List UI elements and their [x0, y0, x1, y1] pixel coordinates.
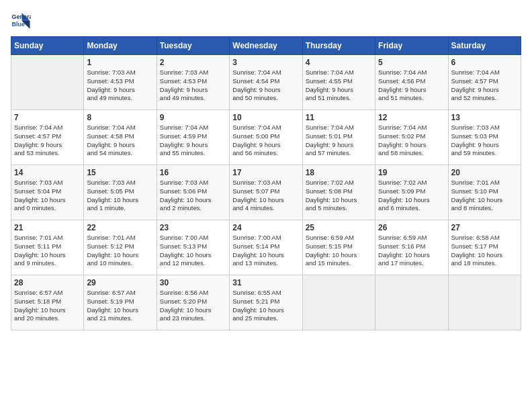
day-number: 19: [378, 168, 445, 177]
day-cell: 26Sunrise: 6:59 AM Sunset: 5:16 PM Dayli…: [375, 220, 448, 275]
header-cell-sunday: Sunday: [11, 37, 84, 55]
day-info: Sunrise: 7:00 AM Sunset: 5:14 PM Dayligh…: [232, 234, 299, 268]
day-cell: 7Sunrise: 7:04 AM Sunset: 4:57 PM Daylig…: [11, 110, 84, 165]
day-cell: 18Sunrise: 7:02 AM Sunset: 5:08 PM Dayli…: [302, 165, 375, 220]
day-cell: 22Sunrise: 7:01 AM Sunset: 5:12 PM Dayli…: [84, 220, 157, 275]
day-cell: 11Sunrise: 7:04 AM Sunset: 5:01 PM Dayli…: [302, 110, 375, 165]
day-cell: 31Sunrise: 6:55 AM Sunset: 5:21 PM Dayli…: [230, 275, 302, 330]
day-cell: [11, 55, 84, 110]
day-info: Sunrise: 6:58 AM Sunset: 5:17 PM Dayligh…: [451, 234, 518, 268]
week-row-1: 1Sunrise: 7:03 AM Sunset: 4:53 PM Daylig…: [11, 55, 521, 110]
day-number: 30: [160, 278, 226, 287]
day-number: 13: [451, 113, 518, 122]
day-number: 16: [160, 168, 226, 177]
day-info: Sunrise: 6:59 AM Sunset: 5:15 PM Dayligh…: [306, 234, 372, 268]
day-cell: 1Sunrise: 7:03 AM Sunset: 4:53 PM Daylig…: [84, 55, 157, 110]
day-cell: 8Sunrise: 7:04 AM Sunset: 4:58 PM Daylig…: [84, 110, 157, 165]
day-info: Sunrise: 7:02 AM Sunset: 5:08 PM Dayligh…: [306, 179, 372, 213]
svg-text:General: General: [12, 13, 32, 20]
day-info: Sunrise: 7:00 AM Sunset: 5:13 PM Dayligh…: [160, 234, 226, 268]
day-cell: [302, 275, 375, 330]
day-info: Sunrise: 7:02 AM Sunset: 5:09 PM Dayligh…: [378, 179, 445, 213]
header-row: SundayMondayTuesdayWednesdayThursdayFrid…: [11, 37, 521, 55]
logo: General Blue: [11, 11, 31, 31]
day-number: 5: [378, 58, 445, 67]
header-cell-wednesday: Wednesday: [230, 37, 302, 55]
week-row-2: 7Sunrise: 7:04 AM Sunset: 4:57 PM Daylig…: [11, 110, 521, 165]
day-cell: 16Sunrise: 7:03 AM Sunset: 5:06 PM Dayli…: [157, 165, 229, 220]
day-info: Sunrise: 6:56 AM Sunset: 5:20 PM Dayligh…: [160, 289, 226, 323]
day-info: Sunrise: 7:04 AM Sunset: 5:01 PM Dayligh…: [306, 124, 372, 158]
day-cell: 9Sunrise: 7:04 AM Sunset: 4:59 PM Daylig…: [157, 110, 229, 165]
day-info: Sunrise: 7:03 AM Sunset: 5:07 PM Dayligh…: [232, 179, 299, 213]
day-number: 2: [160, 58, 226, 67]
day-number: 8: [87, 113, 153, 122]
day-info: Sunrise: 7:03 AM Sunset: 4:53 PM Dayligh…: [87, 68, 153, 103]
day-info: Sunrise: 6:59 AM Sunset: 5:16 PM Dayligh…: [378, 234, 445, 268]
day-cell: 20Sunrise: 7:01 AM Sunset: 5:10 PM Dayli…: [448, 165, 521, 220]
header: General Blue: [11, 11, 521, 31]
day-number: 24: [232, 223, 299, 232]
day-number: 6: [451, 58, 518, 67]
day-info: Sunrise: 7:03 AM Sunset: 5:04 PM Dayligh…: [14, 179, 81, 213]
day-cell: 19Sunrise: 7:02 AM Sunset: 5:09 PM Dayli…: [375, 165, 448, 220]
day-number: 7: [14, 113, 81, 122]
day-info: Sunrise: 6:57 AM Sunset: 5:18 PM Dayligh…: [14, 289, 81, 323]
day-number: 4: [306, 58, 372, 67]
day-info: Sunrise: 7:01 AM Sunset: 5:10 PM Dayligh…: [451, 179, 518, 213]
day-cell: 17Sunrise: 7:03 AM Sunset: 5:07 PM Dayli…: [230, 165, 302, 220]
day-number: 27: [451, 223, 518, 232]
header-cell-friday: Friday: [375, 37, 448, 55]
day-number: 28: [14, 278, 81, 287]
day-info: Sunrise: 7:04 AM Sunset: 4:59 PM Dayligh…: [160, 124, 226, 158]
day-cell: 13Sunrise: 7:03 AM Sunset: 5:03 PM Dayli…: [448, 110, 521, 165]
day-number: 14: [14, 168, 81, 177]
day-number: 26: [378, 223, 445, 232]
day-cell: 10Sunrise: 7:04 AM Sunset: 5:00 PM Dayli…: [230, 110, 302, 165]
day-cell: 12Sunrise: 7:04 AM Sunset: 5:02 PM Dayli…: [375, 110, 448, 165]
day-number: 21: [14, 223, 81, 232]
day-cell: 6Sunrise: 7:04 AM Sunset: 4:57 PM Daylig…: [448, 55, 521, 110]
week-row-5: 28Sunrise: 6:57 AM Sunset: 5:18 PM Dayli…: [11, 275, 521, 330]
day-info: Sunrise: 7:04 AM Sunset: 4:55 PM Dayligh…: [306, 68, 372, 103]
day-info: Sunrise: 6:55 AM Sunset: 5:21 PM Dayligh…: [232, 289, 299, 323]
day-info: Sunrise: 7:04 AM Sunset: 4:54 PM Dayligh…: [232, 68, 299, 103]
svg-text:Blue: Blue: [12, 21, 26, 28]
day-number: 10: [232, 113, 299, 122]
day-info: Sunrise: 7:03 AM Sunset: 5:06 PM Dayligh…: [160, 179, 226, 213]
day-cell: 15Sunrise: 7:03 AM Sunset: 5:05 PM Dayli…: [84, 165, 157, 220]
calendar-table: SundayMondayTuesdayWednesdayThursdayFrid…: [11, 36, 521, 330]
day-cell: [448, 275, 521, 330]
day-info: Sunrise: 7:04 AM Sunset: 5:00 PM Dayligh…: [232, 124, 299, 158]
day-cell: 21Sunrise: 7:01 AM Sunset: 5:11 PM Dayli…: [11, 220, 84, 275]
day-cell: 25Sunrise: 6:59 AM Sunset: 5:15 PM Dayli…: [302, 220, 375, 275]
day-cell: 4Sunrise: 7:04 AM Sunset: 4:55 PM Daylig…: [302, 55, 375, 110]
day-number: 15: [87, 168, 153, 177]
day-cell: 14Sunrise: 7:03 AM Sunset: 5:04 PM Dayli…: [11, 165, 84, 220]
week-row-4: 21Sunrise: 7:01 AM Sunset: 5:11 PM Dayli…: [11, 220, 521, 275]
day-info: Sunrise: 6:57 AM Sunset: 5:19 PM Dayligh…: [87, 289, 153, 323]
day-cell: 27Sunrise: 6:58 AM Sunset: 5:17 PM Dayli…: [448, 220, 521, 275]
day-cell: 23Sunrise: 7:00 AM Sunset: 5:13 PM Dayli…: [157, 220, 229, 275]
day-number: 25: [306, 223, 372, 232]
day-info: Sunrise: 7:04 AM Sunset: 4:57 PM Dayligh…: [14, 124, 81, 158]
header-cell-tuesday: Tuesday: [157, 37, 229, 55]
day-number: 20: [451, 168, 518, 177]
day-info: Sunrise: 7:04 AM Sunset: 4:57 PM Dayligh…: [451, 68, 518, 103]
day-cell: 28Sunrise: 6:57 AM Sunset: 5:18 PM Dayli…: [11, 275, 84, 330]
day-number: 18: [306, 168, 372, 177]
day-number: 31: [232, 278, 299, 287]
day-info: Sunrise: 7:04 AM Sunset: 5:02 PM Dayligh…: [378, 124, 445, 158]
day-info: Sunrise: 7:03 AM Sunset: 5:03 PM Dayligh…: [451, 124, 518, 158]
day-number: 9: [160, 113, 226, 122]
header-cell-monday: Monday: [84, 37, 157, 55]
day-info: Sunrise: 7:04 AM Sunset: 4:56 PM Dayligh…: [378, 68, 445, 103]
day-info: Sunrise: 7:03 AM Sunset: 4:53 PM Dayligh…: [160, 68, 226, 103]
day-cell: 2Sunrise: 7:03 AM Sunset: 4:53 PM Daylig…: [157, 55, 229, 110]
day-number: 22: [87, 223, 153, 232]
day-cell: 29Sunrise: 6:57 AM Sunset: 5:19 PM Dayli…: [84, 275, 157, 330]
day-cell: 3Sunrise: 7:04 AM Sunset: 4:54 PM Daylig…: [230, 55, 302, 110]
day-number: 23: [160, 223, 226, 232]
day-cell: [375, 275, 448, 330]
week-row-3: 14Sunrise: 7:03 AM Sunset: 5:04 PM Dayli…: [11, 165, 521, 220]
